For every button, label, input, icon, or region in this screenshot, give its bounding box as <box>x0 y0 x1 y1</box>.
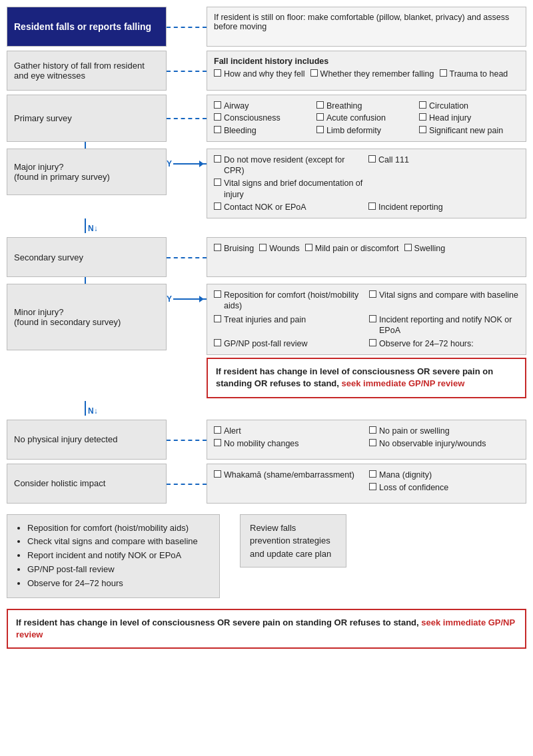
major-injury-items: Do not move resident (except for CPR) Ca… <box>214 155 519 212</box>
y-h-arrow-minor <box>173 298 207 300</box>
mi-contact-nok: Contact NOK or EPoA <box>214 202 364 212</box>
y-label-major: Y <box>167 159 172 169</box>
hi-mana-label: Mana (dignity) <box>379 470 432 480</box>
ps-consciousness: Consciousness <box>214 113 314 123</box>
bullet-item-vital-signs: Check vital signs and compare with basel… <box>27 535 210 549</box>
v-connector-after-secondary <box>7 277 526 284</box>
header-title: Resident falls or reports falling <box>14 21 151 32</box>
holistic-impact-items: Whakamā (shame/embarrassment) Mana (dign… <box>214 470 519 494</box>
incident-history-items: How and why they fell Whether they remem… <box>214 69 519 79</box>
holistic-impact-connector <box>167 464 207 504</box>
bottom-section: Reposition for comfort (hoist/mobility a… <box>7 514 526 598</box>
minor-injury-connector: Y <box>167 284 207 304</box>
y-arrow-container-minor: Y <box>167 284 207 304</box>
mi-no-move: Do not move resident (except for CPR) <box>214 155 364 177</box>
npi-no-pain: No pain or swelling <box>369 426 519 436</box>
ps-acute-confusion: Acute confusion <box>316 113 416 123</box>
no-physical-injury-right: Alert No pain or swelling No mobility ch… <box>207 420 526 460</box>
ps-head-injury: Head injury <box>419 113 519 123</box>
alert-minor-link: seek immediate GP/NP review <box>342 378 465 388</box>
incident-item-trauma: Trauma to head <box>440 69 508 79</box>
holistic-impact-right: Whakamā (shame/embarrassment) Mana (dign… <box>207 464 526 504</box>
no-physical-injury-row: No physical injury detected Alert No pai… <box>7 420 526 460</box>
minor-injury-right: Reposition for comfort (hoist/mobility a… <box>207 284 526 355</box>
n-label-minor: N↓ <box>86 406 98 416</box>
incident-item-trauma-label: Trauma to head <box>450 69 508 79</box>
minor-injury-items: Reposition for comfort (hoist/mobility a… <box>214 290 519 349</box>
min-vital-signs: Vital signs and compare with baseline <box>369 290 519 312</box>
ps-significant-pain: Significant new pain <box>419 125 519 136</box>
alert-minor-row: If resident has change in level of consc… <box>7 355 526 400</box>
ss-swelling-label: Swelling <box>414 243 446 254</box>
secondary-survey-items: Bruising Wounds Mild pain or discomfort … <box>214 243 519 254</box>
min-gp-review: GP/NP post-fall review <box>214 338 364 349</box>
ps-bleeding: Bleeding <box>214 125 314 136</box>
header-left-box: Resident falls or reports falling <box>7 7 167 47</box>
no-physical-injury-items: Alert No pain or swelling No mobility ch… <box>214 426 519 450</box>
ss-mild-pain: Mild pain or discomfort <box>305 243 399 254</box>
incident-item-how: How and why they fell <box>214 69 305 79</box>
hi-mana: Mana (dignity) <box>369 470 519 480</box>
gather-history-right: Fall incident history includes How and w… <box>207 51 526 91</box>
ps-airway: Airway <box>214 101 314 111</box>
mi-vital-signs-label: Vital signs and brief documentation of i… <box>224 178 364 200</box>
minor-injury-row: Minor injury?(found in secondary survey)… <box>7 284 526 355</box>
review-text: Review falls prevention strategies and u… <box>250 523 331 559</box>
incident-item-remember-label: Whether they remember falling <box>320 69 434 79</box>
bullet-item-gp-review: GP/NP post-fall review <box>27 563 210 577</box>
npi-no-injury-label: No observable injury/wounds <box>379 438 486 449</box>
ss-bruising: Bruising <box>214 243 254 254</box>
n-label-major: N↓ <box>86 224 98 233</box>
min-observe-label: Observe for 24–72 hours: <box>379 338 474 349</box>
ss-wounds-label: Wounds <box>269 243 300 254</box>
bullet-item-report: Report incident and notify NOK or EPoA <box>27 549 210 563</box>
cb-remember <box>310 69 318 77</box>
final-alert-box: If resident has change in level of consc… <box>7 609 526 649</box>
min-vital-signs-label: Vital signs and compare with baseline <box>379 290 518 300</box>
primary-survey-connector <box>167 95 207 142</box>
mi-call111-label: Call 111 <box>378 155 409 165</box>
review-box: Review falls prevention strategies and u… <box>240 514 346 568</box>
ps-airway-label: Airway <box>224 101 249 111</box>
cb-trauma <box>440 69 447 77</box>
minor-injury-left: Minor injury?(found in secondary survey) <box>7 284 167 350</box>
bullet-list-box: Reposition for comfort (hoist/mobility a… <box>7 514 220 598</box>
mi-no-move-label: Do not move resident (except for CPR) <box>224 155 364 177</box>
primary-survey-items: Airway Breathing Circulation Consciousne… <box>214 101 519 136</box>
holistic-impact-label: Consider holistic impact <box>14 478 105 488</box>
gather-history-connector <box>167 51 207 91</box>
min-incident-reporting: Incident reporting and notify NOK or EPo… <box>369 314 519 336</box>
npi-alert: Alert <box>214 426 364 436</box>
hi-confidence-label: Loss of confidence <box>379 482 448 493</box>
secondary-survey-label: Secondary survey <box>14 252 83 262</box>
header-connector <box>167 7 207 47</box>
hi-confidence: Loss of confidence <box>369 482 519 493</box>
min-reposition: Reposition for comfort (hoist/mobility a… <box>214 290 364 312</box>
header-row: Resident falls or reports falling If res… <box>7 7 526 47</box>
n-connector-major: N↓ <box>7 218 526 233</box>
min-gp-review-label: GP/NP post-fall review <box>224 338 308 349</box>
incident-item-how-label: How and why they fell <box>224 69 305 79</box>
mi-call111: Call 111 <box>368 155 519 177</box>
no-physical-injury-connector <box>167 420 207 460</box>
final-alert-text: If resident has change in level of consc… <box>16 617 421 627</box>
mi-contact-nok-label: Contact NOK or EPoA <box>224 202 306 212</box>
ps-limb-deformity-label: Limb deformity <box>326 125 381 136</box>
cb-how <box>214 69 221 77</box>
bullet-list: Reposition for comfort (hoist/mobility a… <box>17 522 210 591</box>
ss-mild-pain-label: Mild pain or discomfort <box>315 243 399 254</box>
ps-significant-pain-label: Significant new pain <box>429 125 503 136</box>
v-connector-after-primary <box>7 142 526 149</box>
bullet-item-reposition: Reposition for comfort (hoist/mobility a… <box>27 522 210 536</box>
alert-minor-box: If resident has change in level of consc… <box>207 355 526 400</box>
gather-history-label: Gather history of fall from resident and… <box>14 61 159 81</box>
min-treat-injuries: Treat injuries and pain <box>214 314 364 336</box>
ss-swelling: Swelling <box>404 243 446 254</box>
npi-alert-label: Alert <box>224 426 241 436</box>
mi-incident-reporting-label: Incident reporting <box>378 202 443 212</box>
flowchart: Resident falls or reports falling If res… <box>7 7 526 651</box>
minor-injury-label: Minor injury?(found in secondary survey) <box>14 307 121 327</box>
mi-vital-signs: Vital signs and brief documentation of i… <box>214 178 364 200</box>
y-arrow-container: Y <box>167 149 207 169</box>
ps-breathing-label: Breathing <box>326 101 362 111</box>
